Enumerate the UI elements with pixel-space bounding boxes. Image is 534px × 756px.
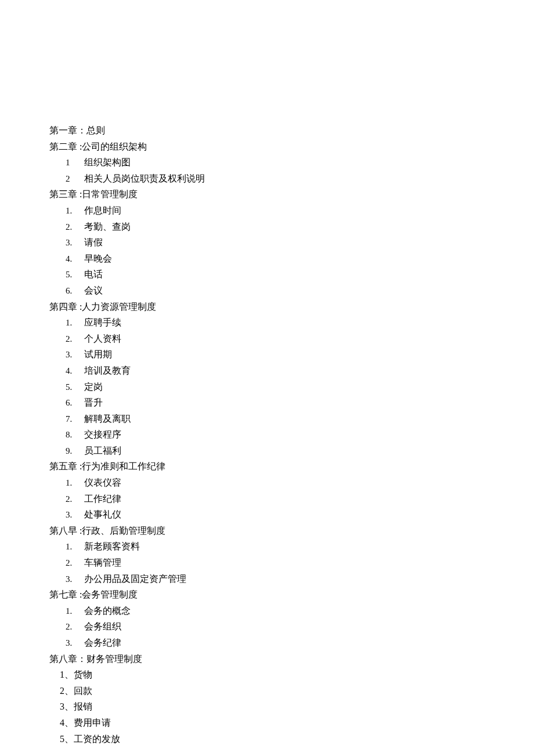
item-text: 请假 (82, 235, 103, 250)
item-number: 6. (66, 284, 82, 298)
item-text: 组织架构图 (82, 155, 131, 170)
document-body: 第一章：总则 第二章 :公司的组织架构 1组织架构图 2相关人员岗位职责及权利说… (49, 123, 534, 746)
list-item: 1.作息时间 (66, 203, 534, 218)
item-text: 工资的发放 (74, 734, 120, 744)
item-text: 费用申请 (74, 718, 111, 728)
item-number: 3、 (60, 701, 74, 711)
item-number: 9. (66, 444, 82, 458)
list-item: 5.定岗 (66, 379, 534, 395)
item-number: 5、 (60, 734, 74, 744)
item-text: 会务组织 (82, 619, 121, 634)
item-text: 晋升 (82, 395, 103, 410)
chapter-title: 第三章 :日常管理制度 (49, 187, 534, 202)
chapter-sublist: 1.会务的概念 2.会务组织 3.会务纪律 (49, 603, 534, 650)
item-number: 2. (66, 556, 82, 570)
chapter-sublist: 1.新老顾客资料 2.车辆管理 3.办公用品及固定资产管理 (49, 539, 534, 586)
item-number: 3. (66, 572, 82, 586)
item-number: 2 (66, 172, 82, 186)
chapter-sublist: 1.应聘手续 2.个人资料 3.试用期 4.培训及教育 5.定岗 6.晋升 7.… (49, 315, 534, 458)
chapter-title: 第五章 :行为准则和工作纪律 (49, 459, 534, 474)
item-text: 会务的概念 (82, 603, 131, 618)
list-item: 3.处事礼仪 (66, 507, 534, 522)
chapter-sublist: 1、货物 2、回款 3、报销 4、费用申请 5、工资的发放 (49, 667, 534, 746)
list-item: 2相关人员岗位职责及权利说明 (66, 171, 534, 186)
item-text: 工作纪律 (82, 491, 121, 507)
list-item: 2.会务组织 (66, 619, 534, 634)
item-number: 1. (66, 204, 82, 218)
item-number: 1、 (60, 670, 74, 679)
list-item: 4.培训及教育 (66, 363, 534, 378)
item-number: 2. (66, 620, 82, 634)
list-item: 3.试用期 (66, 347, 534, 362)
item-text: 交接程序 (82, 427, 121, 442)
list-item: 3、报销 (60, 699, 534, 714)
item-text: 员工福利 (82, 443, 121, 458)
chapter-title: 第二章 :公司的组织架构 (49, 139, 534, 154)
chapter-title: 第四章 :人力资源管理制度 (49, 299, 534, 314)
item-number: 3. (66, 508, 82, 522)
item-number: 1. (66, 540, 82, 554)
list-item: 1、货物 (60, 667, 534, 682)
item-text: 车辆管理 (82, 555, 121, 570)
list-item: 1.应聘手续 (66, 315, 534, 330)
item-number: 1. (66, 604, 82, 618)
item-text: 定岗 (82, 379, 103, 395)
item-number: 6. (66, 396, 82, 410)
chapter-title: 第七章 :会务管理制度 (49, 587, 534, 602)
item-text: 货物 (74, 670, 92, 679)
item-number: 4、 (60, 718, 74, 728)
item-text: 处事礼仪 (82, 507, 121, 522)
chapter-title: 第八章：财务管理制度 (49, 652, 534, 667)
chapter-sublist: 1.仪表仪容 2.工作纪律 3.处事礼仪 (49, 475, 534, 522)
item-text: 仪表仪容 (82, 475, 121, 490)
item-number: 8. (66, 428, 82, 442)
list-item: 5、工资的发放 (60, 732, 534, 747)
item-number: 5. (66, 267, 82, 281)
item-number: 4. (66, 252, 82, 266)
item-text: 作息时间 (82, 203, 121, 218)
list-item: 5.电话 (66, 267, 534, 282)
item-text: 回款 (74, 686, 92, 696)
item-text: 试用期 (82, 347, 112, 362)
list-item: 9.员工福利 (66, 443, 534, 458)
item-text: 报销 (74, 701, 92, 711)
item-number: 3. (66, 348, 82, 361)
list-item: 4、费用申请 (60, 715, 534, 730)
item-text: 电话 (82, 267, 103, 282)
list-item: 3.会务纪律 (66, 635, 534, 650)
list-item: 7.解聘及离职 (66, 411, 534, 426)
list-item: 1.新老顾客资料 (66, 539, 534, 554)
item-text: 早晚会 (82, 251, 112, 266)
item-text: 培训及教育 (82, 363, 131, 378)
list-item: 3.办公用品及固定资产管理 (66, 571, 534, 587)
item-text: 办公用品及固定资产管理 (82, 571, 186, 587)
list-item: 6.会议 (66, 283, 534, 298)
list-item: 6.晋升 (66, 395, 534, 410)
item-number: 2. (66, 492, 82, 506)
item-text: 应聘手续 (82, 315, 121, 330)
list-item: 1组织架构图 (66, 155, 534, 170)
chapter-title: 第一章：总则 (49, 123, 534, 138)
list-item: 3.请假 (66, 235, 534, 250)
list-item: 1.仪表仪容 (66, 475, 534, 490)
item-text: 相关人员岗位职责及权利说明 (82, 171, 205, 186)
list-item: 4.早晚会 (66, 251, 534, 266)
item-number: 1 (66, 155, 82, 169)
item-number: 5. (66, 380, 82, 394)
item-number: 1. (66, 476, 82, 490)
list-item: 2.车辆管理 (66, 555, 534, 570)
item-number: 2. (66, 332, 82, 346)
list-item: 8.交接程序 (66, 427, 534, 442)
item-number: 2、 (60, 686, 74, 696)
list-item: 2.工作纪律 (66, 491, 534, 507)
item-number: 4. (66, 364, 82, 378)
item-text: 会议 (82, 283, 103, 298)
list-item: 1.会务的概念 (66, 603, 534, 618)
item-text: 新老顾客资料 (82, 539, 140, 554)
item-number: 2. (66, 220, 82, 234)
item-number: 3. (66, 636, 82, 650)
list-item: 2、回款 (60, 683, 534, 699)
list-item: 2.考勤、查岗 (66, 219, 534, 234)
chapter-sublist: 1.作息时间 2.考勤、查岗 3.请假 4.早晚会 5.电话 6.会议 (49, 203, 534, 298)
chapter-title: 第八早 :行政、后勤管理制度 (49, 523, 534, 538)
